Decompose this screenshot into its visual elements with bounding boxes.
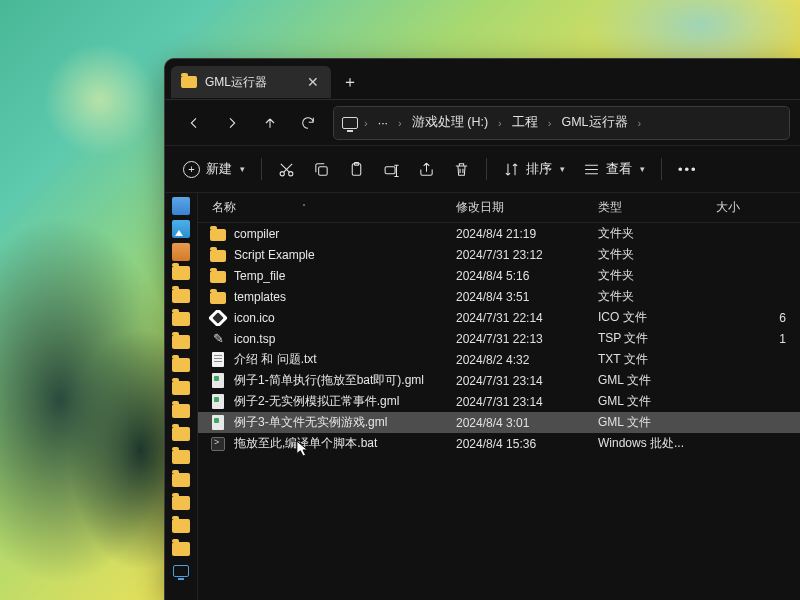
chevron-right-icon: › (364, 117, 368, 129)
file-row[interactable]: ✎icon.tsp2024/7/31 22:13TSP 文件1 (198, 328, 800, 349)
file-size: 1 (716, 332, 800, 346)
quick-item-folder[interactable] (172, 381, 190, 399)
new-label: 新建 (206, 160, 232, 178)
quick-item-folder[interactable] (172, 427, 190, 445)
file-explorer-window: GML运行器 ✕ ＋ › ··· › 游戏处理 (H:) › 工程 › GML运… (164, 58, 800, 600)
plus-circle-icon: + (183, 161, 200, 178)
breadcrumb[interactable]: › ··· › 游戏处理 (H:) › 工程 › GML运行器 › (333, 106, 790, 140)
file-type: GML 文件 (598, 393, 716, 410)
file-date: 2024/7/31 23:14 (456, 374, 598, 388)
delete-button[interactable] (445, 152, 478, 186)
new-button[interactable]: + 新建 ▾ (175, 152, 253, 186)
sort-button[interactable]: 排序 ▾ (495, 152, 573, 186)
bat-icon (210, 436, 226, 452)
quick-item-folder[interactable] (172, 289, 190, 307)
share-button[interactable] (410, 152, 443, 186)
file-date: 2024/7/31 23:12 (456, 248, 598, 262)
file-row[interactable]: 例子2-无实例模拟正常事件.gml2024/7/31 23:14GML 文件 (198, 391, 800, 412)
chevron-down-icon: ▾ (240, 164, 245, 174)
forward-button[interactable] (213, 105, 251, 141)
cut-button[interactable] (270, 152, 303, 186)
chevron-right-icon: › (638, 117, 642, 129)
file-type: ICO 文件 (598, 309, 716, 326)
quick-item-folder[interactable] (172, 450, 190, 468)
file-row[interactable]: icon.ico2024/7/31 22:14ICO 文件6 (198, 307, 800, 328)
file-date: 2024/8/2 4:32 (456, 353, 598, 367)
close-tab-button[interactable]: ✕ (305, 74, 321, 90)
file-name: icon.ico (234, 311, 275, 325)
quick-item-thispc[interactable] (173, 565, 189, 577)
file-type: Windows 批处... (598, 435, 716, 452)
column-header-date[interactable]: 修改日期 (456, 199, 598, 216)
file-row[interactable]: templates2024/8/4 3:51文件夹 (198, 286, 800, 307)
file-date: 2024/7/31 23:14 (456, 395, 598, 409)
folder-icon (172, 381, 190, 395)
file-name: templates (234, 290, 286, 304)
copy-button[interactable] (305, 152, 338, 186)
folder-icon (172, 427, 190, 441)
breadcrumb-drive[interactable]: 游戏处理 (H:) (406, 111, 494, 134)
chevron-right-icon: › (548, 117, 552, 129)
new-tab-button[interactable]: ＋ (333, 66, 367, 98)
quick-item-folder[interactable] (172, 358, 190, 376)
view-label: 查看 (606, 160, 632, 178)
file-row[interactable]: 拖放至此,编译单个脚本.bat2024/8/4 15:36Windows 批处.… (198, 433, 800, 454)
back-button[interactable] (175, 105, 213, 141)
folder-icon (172, 450, 190, 464)
quick-item-img[interactable] (172, 220, 190, 238)
folder-icon (172, 266, 190, 280)
breadcrumb-more[interactable]: ··· (372, 113, 394, 133)
quick-item-doc[interactable] (172, 197, 190, 215)
file-date: 2024/8/4 5:16 (456, 269, 598, 283)
file-name: 介绍 和 问题.txt (234, 351, 317, 368)
sort-icon (503, 161, 520, 178)
file-name: Script Example (234, 248, 315, 262)
col-name-label: 名称 (212, 199, 236, 216)
quick-item-folder[interactable] (172, 404, 190, 422)
more-button[interactable]: ••• (670, 152, 706, 186)
refresh-button[interactable] (289, 105, 327, 141)
svg-rect-2 (319, 166, 328, 175)
file-rows: compiler2024/8/4 21:19文件夹Script Example2… (198, 223, 800, 600)
this-pc-icon (342, 117, 358, 129)
svg-point-0 (280, 171, 284, 175)
up-button[interactable] (251, 105, 289, 141)
view-button[interactable]: 查看 ▾ (575, 152, 653, 186)
tab-active[interactable]: GML运行器 ✕ (171, 66, 331, 98)
paste-button[interactable] (340, 152, 373, 186)
breadcrumb-folder[interactable]: 工程 (506, 111, 544, 134)
column-header-size[interactable]: 大小 (716, 199, 800, 216)
folder-icon (172, 473, 190, 487)
file-type: 文件夹 (598, 267, 716, 284)
file-row[interactable]: compiler2024/8/4 21:19文件夹 (198, 223, 800, 244)
chevron-right-icon: › (398, 117, 402, 129)
ellipsis-icon: ••• (678, 162, 698, 177)
column-header-name[interactable]: 名称 ˄ (198, 199, 456, 216)
file-name: 例子3-单文件无实例游戏.gml (234, 414, 387, 431)
txt-icon (210, 352, 226, 368)
content-area: 名称 ˄ 修改日期 类型 大小 compiler2024/8/4 21:19文件… (165, 193, 800, 600)
breadcrumb-folder[interactable]: GML运行器 (555, 111, 633, 134)
file-type: 文件夹 (598, 288, 716, 305)
quick-item-folder[interactable] (172, 266, 190, 284)
quick-item-folder[interactable] (172, 335, 190, 353)
folder-icon (181, 76, 197, 88)
nav-bar: › ··· › 游戏处理 (H:) › 工程 › GML运行器 › (165, 99, 800, 145)
column-header-type[interactable]: 类型 (598, 199, 716, 216)
gml-icon (210, 373, 226, 389)
file-row[interactable]: Script Example2024/7/31 23:12文件夹 (198, 244, 800, 265)
folder-icon (172, 335, 190, 349)
quick-item-folder[interactable] (172, 312, 190, 330)
file-row[interactable]: 例子1-简单执行(拖放至bat即可).gml2024/7/31 23:14GML… (198, 370, 800, 391)
quick-item-folder[interactable] (172, 473, 190, 491)
file-date: 2024/8/4 21:19 (456, 227, 598, 241)
file-type: TXT 文件 (598, 351, 716, 368)
file-row[interactable]: 例子3-单文件无实例游戏.gml2024/8/4 3:01GML 文件 (198, 412, 800, 433)
rename-button[interactable] (375, 152, 408, 186)
file-row[interactable]: Temp_file2024/8/4 5:16文件夹 (198, 265, 800, 286)
file-row[interactable]: 介绍 和 问题.txt2024/8/2 4:32TXT 文件 (198, 349, 800, 370)
quick-item-folder[interactable] (172, 542, 190, 560)
quick-item-folder[interactable] (172, 496, 190, 514)
quick-item-music[interactable] (172, 243, 190, 261)
quick-item-folder[interactable] (172, 519, 190, 537)
